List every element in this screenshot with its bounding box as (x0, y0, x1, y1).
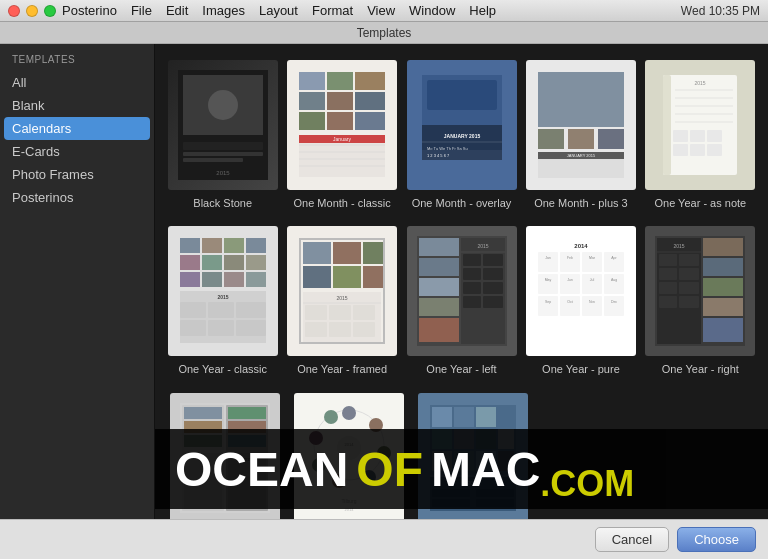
sidebar-item-blank[interactable]: Blank (0, 94, 154, 117)
template-thumb-one-year-classic: 2015 (168, 226, 278, 356)
template-thumb-one-year-framed: 2015 (287, 226, 397, 356)
window-title-text: Templates (357, 26, 412, 40)
svg-rect-117 (560, 274, 580, 294)
svg-text:Jul: Jul (590, 278, 595, 282)
svg-rect-64 (180, 272, 200, 287)
template-thumb-one-year-pure: 2014 J (526, 226, 636, 356)
template-one-year-classic[interactable]: 2015 One Year - classic (167, 226, 278, 376)
svg-text:1  2  3  4  5  6  7: 1 2 3 4 5 6 7 (427, 153, 450, 158)
svg-text:2015: 2015 (477, 243, 488, 249)
menu-file[interactable]: File (131, 3, 152, 18)
maximize-button[interactable] (44, 5, 56, 17)
template-black-stone[interactable]: 2015 Black Stone (167, 60, 278, 210)
svg-rect-142 (659, 268, 677, 280)
svg-rect-196 (432, 489, 470, 497)
template-thumb-one-year-as-note: 2015 (645, 60, 755, 190)
svg-rect-158 (184, 435, 222, 447)
svg-rect-79 (333, 242, 361, 264)
svg-rect-161 (228, 407, 266, 419)
sidebar-item-calendars[interactable]: Calendars (4, 117, 150, 140)
cancel-button[interactable]: Cancel (595, 527, 669, 552)
svg-rect-156 (184, 407, 222, 419)
svg-text:Feb: Feb (567, 256, 573, 260)
svg-rect-33 (538, 72, 624, 127)
template-one-month-overlay[interactable]: JANUARY 2015 Mo Tu We Th Fr Sa Su 1 2 3 … (406, 60, 517, 210)
menu-layout[interactable]: Layout (259, 3, 298, 18)
templates-grid: 2015 Black Stone (155, 44, 768, 519)
template-one-year-left[interactable]: 2015 One Year - left (406, 226, 517, 376)
menu-window[interactable]: Window (409, 3, 455, 18)
template-one-month-plus3[interactable]: JANUARY 2015 One Month - plus 3 (525, 60, 636, 210)
svg-rect-198 (432, 499, 470, 507)
template-label-one-year-right: One Year - right (662, 362, 739, 376)
template-windward[interactable]: 2014 Windward (415, 393, 531, 519)
svg-rect-189 (498, 429, 514, 449)
svg-rect-75 (236, 320, 266, 336)
menu-help[interactable]: Help (469, 3, 496, 18)
svg-rect-121 (560, 296, 580, 316)
svg-rect-141 (679, 254, 699, 266)
template-thumb-black-stone: 2015 (168, 60, 278, 190)
template-thumb-one-year-left: 2015 (407, 226, 517, 356)
svg-rect-107 (483, 282, 503, 294)
menu-posterino[interactable]: Posterino (62, 3, 117, 18)
svg-rect-94 (419, 238, 459, 256)
template-one-year-pure[interactable]: 2014 J (525, 226, 636, 376)
svg-rect-97 (419, 298, 459, 316)
svg-rect-66 (224, 272, 244, 287)
template-one-year-right[interactable]: 2015 (645, 226, 756, 376)
svg-rect-73 (180, 320, 206, 336)
svg-rect-89 (353, 305, 375, 320)
svg-rect-185 (498, 407, 514, 427)
svg-rect-146 (659, 296, 677, 308)
svg-rect-116 (538, 274, 558, 294)
title-bar-right: Wed 10:35 PM (681, 4, 760, 18)
svg-rect-119 (604, 274, 624, 294)
svg-rect-186 (432, 429, 452, 449)
template-one-year-as-note[interactable]: 2015 One Year - as note (645, 60, 756, 210)
minimize-button[interactable] (26, 5, 38, 17)
svg-rect-108 (463, 296, 481, 308)
svg-text:Mar: Mar (589, 256, 596, 260)
svg-rect-52 (673, 144, 688, 156)
svg-text:2015: 2015 (199, 457, 209, 462)
template-one-month-classic[interactable]: January One Month - classic (286, 60, 397, 210)
svg-rect-98 (419, 318, 459, 342)
svg-rect-49 (673, 130, 688, 142)
svg-rect-120 (538, 296, 558, 316)
menu-images[interactable]: Images (202, 3, 245, 18)
svg-rect-184 (476, 407, 496, 427)
sidebar-item-photo-frames[interactable]: Photo Frames (0, 163, 154, 186)
svg-point-176 (337, 436, 361, 460)
template-one-year-framed[interactable]: 2015 One Year - framed (286, 226, 397, 376)
sidebar-item-all[interactable]: All (0, 71, 154, 94)
svg-text:Mo Tu We Th Fr Sa Su: Mo Tu We Th Fr Sa Su (427, 146, 468, 151)
menu-edit[interactable]: Edit (166, 3, 188, 18)
svg-rect-147 (679, 296, 699, 308)
template-thumb-one-year-two-col: 2015 2015 (170, 393, 280, 519)
svg-rect-122 (582, 296, 602, 316)
close-button[interactable] (8, 5, 20, 17)
sidebar-item-ecards[interactable]: E-Cards (0, 140, 154, 163)
svg-text:2014: 2014 (345, 507, 355, 512)
svg-text:2015: 2015 (216, 170, 230, 176)
svg-rect-157 (184, 421, 222, 433)
svg-rect-190 (432, 451, 452, 471)
menu-format[interactable]: Format (312, 3, 353, 18)
svg-rect-57 (202, 238, 222, 253)
template-row-3: 2015 2015 One Year - two colo... (167, 393, 756, 519)
svg-rect-113 (560, 252, 580, 272)
choose-button[interactable]: Choose (677, 527, 756, 552)
template-label-one-year-left: One Year - left (426, 362, 496, 376)
template-one-year-two-col[interactable]: 2015 2015 One Year - two colo... (167, 393, 283, 519)
svg-rect-90 (305, 322, 327, 337)
svg-text:Oct: Oct (567, 300, 572, 304)
template-tilburg[interactable]: 2014 Tilburg 2014 Tilburg (291, 393, 407, 519)
svg-rect-42 (663, 75, 671, 175)
svg-text:JANUARY 2015: JANUARY 2015 (443, 133, 480, 139)
menu-view[interactable]: View (367, 3, 395, 18)
template-thumb-one-year-right: 2015 (645, 226, 755, 356)
svg-rect-143 (679, 268, 699, 280)
main-content: TEMPLATES All Blank Calendars E-Cards Ph… (0, 44, 768, 519)
sidebar-item-posterinos[interactable]: Posterinos (0, 186, 154, 209)
